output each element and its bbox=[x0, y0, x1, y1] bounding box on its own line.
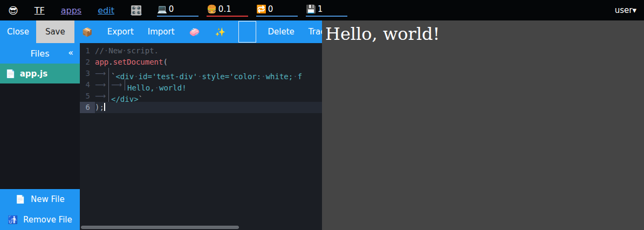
top-nav: 😎 TF apps edit 🎛️ bbox=[8, 5, 142, 16]
sparkles-icon[interactable]: ✨ bbox=[208, 20, 234, 43]
file-item-label: app.js bbox=[20, 69, 47, 79]
counter-floppy[interactable]: 💾 1 bbox=[306, 4, 347, 17]
collapse-sidebar-button[interactable]: « bbox=[68, 47, 73, 58]
workspace: Files « 📄 app.js 📄 New File 🚮 Remove Fil… bbox=[0, 43, 322, 230]
empty-toolbar-button[interactable] bbox=[238, 21, 256, 43]
close-button[interactable]: Close bbox=[0, 20, 36, 43]
code-line-3[interactable]: 3⟶`<div·id='test-div'·style='color:·whit… bbox=[80, 68, 322, 79]
horizontal-scrollbar[interactable] bbox=[81, 226, 239, 229]
editor-toolbar: Close Save 📦 Export Import 🧼 ✨ Delete Tr… bbox=[0, 20, 322, 43]
new-file-icon: 📄 bbox=[15, 194, 25, 204]
code-line-2[interactable]: 2app.setDocument( bbox=[80, 57, 322, 68]
code-line-6[interactable]: 6); bbox=[80, 102, 322, 113]
counter-hamburger-value: 0.1 bbox=[218, 4, 231, 14]
new-file-button[interactable]: 📄 New File bbox=[0, 189, 80, 210]
code-text: ); bbox=[95, 102, 105, 113]
tab-marker-icon: ⟶ bbox=[95, 90, 109, 102]
files-header-label: Files bbox=[30, 48, 49, 59]
code-text: //·New·script. bbox=[95, 45, 159, 57]
import-button[interactable]: Import bbox=[141, 20, 182, 43]
code-text: ⟶`<div·id='test-div'·style='color:·white… bbox=[95, 68, 302, 79]
code-text: ⟶</div>` bbox=[95, 90, 143, 102]
code-text: ⟶⟶Hello,·world! bbox=[95, 79, 187, 90]
save-button[interactable]: Save bbox=[36, 20, 74, 43]
code-line-1[interactable]: 1//·New·script. bbox=[80, 45, 322, 57]
tab-marker-icon: ⟶ bbox=[111, 79, 125, 90]
control-knobs-icon[interactable]: 🎛️ bbox=[131, 5, 142, 16]
code-lines: 1//·New·script.2app.setDocument(3⟶`<div·… bbox=[80, 45, 322, 113]
code-line-4[interactable]: 4⟶⟶Hello,·world! bbox=[80, 79, 322, 90]
document-icon: 📄 bbox=[5, 69, 16, 79]
editor-pane: Close Save 📦 Export Import 🧼 ✨ Delete Tr… bbox=[0, 20, 322, 230]
floppy-icon: 💾 bbox=[306, 4, 316, 14]
line-number: 2 bbox=[80, 57, 95, 68]
preview-hello-text: Hello, world! bbox=[325, 24, 440, 44]
litter-bin-icon: 🚮 bbox=[8, 215, 18, 225]
user-menu[interactable]: user▾ bbox=[615, 5, 636, 15]
counter-repeat[interactable]: 🔁 0 bbox=[256, 4, 298, 17]
tab-marker-icon: ⟶ bbox=[95, 79, 109, 90]
delete-button[interactable]: Delete bbox=[261, 20, 302, 43]
soap-icon[interactable]: 🧼 bbox=[182, 20, 208, 43]
export-button[interactable]: Export bbox=[100, 20, 141, 43]
code-text: app.setDocument( bbox=[95, 57, 168, 68]
line-number: 1 bbox=[80, 45, 95, 57]
files-sidebar: Files « 📄 app.js 📄 New File 🚮 Remove Fil… bbox=[0, 43, 80, 230]
file-list-empty-area bbox=[0, 83, 80, 189]
line-number: 3 bbox=[80, 68, 95, 79]
remove-file-label: Remove File bbox=[23, 215, 72, 225]
files-header: Files « bbox=[0, 43, 80, 64]
counter-floppy-value: 1 bbox=[318, 4, 323, 14]
laptop-icon: 💻 bbox=[157, 4, 167, 14]
nav-link-edit[interactable]: edit bbox=[98, 5, 114, 16]
line-number: 4 bbox=[80, 79, 95, 90]
main-area: Close Save 📦 Export Import 🧼 ✨ Delete Tr… bbox=[0, 20, 644, 230]
code-editor[interactable]: 1//·New·script.2app.setDocument(3⟶`<div·… bbox=[80, 43, 322, 230]
new-file-label: New File bbox=[31, 194, 65, 204]
file-item-appjs[interactable]: 📄 app.js bbox=[0, 64, 80, 83]
text-cursor bbox=[104, 103, 105, 111]
counter-laptop-value: 0 bbox=[169, 4, 174, 14]
remove-file-button[interactable]: 🚮 Remove File bbox=[0, 210, 80, 230]
package-icon[interactable]: 📦 bbox=[74, 20, 100, 43]
counter-repeat-value: 0 bbox=[268, 4, 273, 14]
nav-link-tf[interactable]: TF bbox=[35, 5, 45, 16]
hamburger-icon: 🍔 bbox=[207, 4, 217, 14]
line-number: 6 bbox=[80, 102, 95, 113]
counter-hamburger[interactable]: 🍔 0.1 bbox=[207, 4, 248, 17]
nav-link-apps[interactable]: apps bbox=[61, 5, 81, 16]
line-number: 5 bbox=[80, 90, 95, 102]
tab-marker-icon: ⟶ bbox=[95, 68, 109, 79]
repeat-icon: 🔁 bbox=[256, 4, 266, 14]
counter-laptop[interactable]: 💻 0 bbox=[157, 4, 198, 17]
preview-pane: Hello, world! bbox=[322, 20, 644, 230]
top-bar: 😎 TF apps edit 🎛️ 💻 0 🍔 0.1 🔁 0 💾 1 user… bbox=[0, 0, 644, 20]
sunglasses-logo-icon: 😎 bbox=[8, 5, 18, 16]
metric-counters: 💻 0 🍔 0.1 🔁 0 💾 1 bbox=[157, 4, 347, 17]
code-line-5[interactable]: 5⟶</div>` bbox=[80, 90, 322, 102]
